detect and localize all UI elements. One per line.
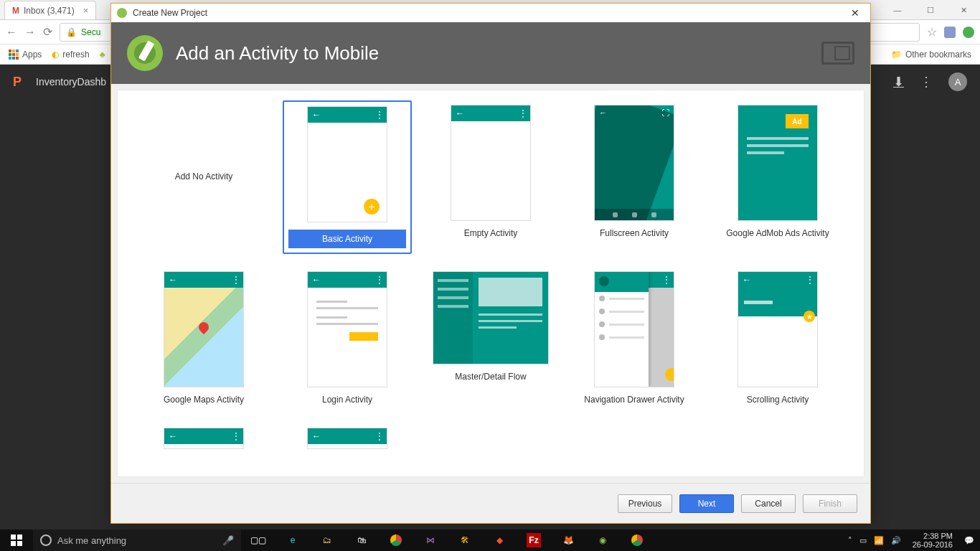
download-icon[interactable]: ⬇: [893, 74, 904, 90]
firefox-icon[interactable]: 🦊: [551, 529, 585, 551]
android-studio-logo-icon: [127, 35, 163, 71]
activity-thumbnail: ←⋮: [594, 271, 674, 387]
other-bookmarks[interactable]: 📁 Other bookmarks: [891, 50, 971, 60]
tray-chevron-icon[interactable]: ˄: [848, 536, 852, 545]
dialog-header: Add an Activity to Mobile: [111, 22, 870, 84]
postman-logo-icon: P: [13, 75, 22, 90]
reload-icon[interactable]: ⟳: [43, 25, 52, 39]
activity-template-label: Fullscreen Activity: [600, 228, 669, 240]
activity-thumbnail: [433, 271, 549, 364]
mic-icon[interactable]: 🎤: [222, 535, 234, 546]
minimize-icon[interactable]: —: [881, 0, 914, 20]
tab-title: Inbox (3,471): [24, 6, 75, 16]
cortana-icon: [40, 534, 52, 546]
svg-rect-4: [12, 53, 15, 56]
browser-tab[interactable]: M Inbox (3,471) ×: [4, 1, 96, 19]
activity-template-cell[interactable]: Master/Detail Flow: [426, 267, 555, 410]
bookmark-android-icon[interactable]: ♣: [100, 50, 105, 60]
svg-rect-1: [12, 50, 15, 52]
clock-time: 2:38 PM: [913, 532, 953, 540]
lock-icon: 🔒: [66, 27, 77, 37]
activity-template-cell[interactable]: ←⋮: [283, 423, 412, 472]
activity-template-cell[interactable]: ←⛶Fullscreen Activity: [570, 100, 699, 254]
cortana-search[interactable]: Ask me anything 🎤: [33, 529, 241, 551]
activity-template-grid: Add No Activity←⋮+Basic Activity←⋮Empty …: [139, 100, 842, 472]
dialog-titlebar: Create New Project ✕: [111, 4, 870, 22]
activity-template-cell[interactable]: ←⋮Navigation Drawer Activity: [570, 267, 699, 410]
svg-rect-0: [9, 50, 11, 52]
git-icon[interactable]: ◆: [482, 529, 517, 551]
chrome-canary-icon[interactable]: [620, 529, 654, 551]
tool-icon[interactable]: 🛠: [448, 529, 482, 551]
taskbar-clock[interactable]: 2:38 PM 26-09-2016: [908, 532, 957, 549]
activity-template-cell[interactable]: AdGoogle AdMob Ads Activity: [713, 100, 842, 254]
finish-button: Finish: [803, 494, 857, 513]
extension-icon[interactable]: [944, 27, 956, 38]
activity-thumbnail: ←⋮+: [307, 106, 387, 222]
activity-template-scroll[interactable]: Add No Activity←⋮+Basic Activity←⋮Empty …: [118, 90, 864, 476]
activity-template-label: Google AdMob Ads Activity: [726, 228, 829, 240]
activity-template-cell[interactable]: ←⋮+Basic Activity: [283, 100, 412, 254]
dialog-footer: Previous Next Cancel Finish: [111, 483, 870, 523]
action-center-icon[interactable]: 💬: [964, 536, 974, 545]
taskbar-apps: ▢▢ e 🗂 🛍 ⋈ 🛠 ◆ Fz 🦊 ◉: [241, 529, 654, 551]
edge-icon[interactable]: e: [275, 529, 310, 551]
bookmark-star-icon[interactable]: ☆: [927, 25, 937, 39]
svg-rect-5: [16, 53, 19, 56]
activity-template-cell[interactable]: ←⋮Empty Activity: [426, 100, 555, 254]
activity-template-cell[interactable]: Add No Activity: [139, 100, 268, 254]
apps-shortcut[interactable]: Apps: [9, 50, 42, 60]
system-tray: ˄ ▭ 📶 🔊 2:38 PM 26-09-2016 💬: [842, 532, 980, 549]
dialog-close-icon[interactable]: ✕: [846, 7, 864, 19]
windows-taskbar: Ask me anything 🎤 ▢▢ e 🗂 🛍 ⋈ 🛠 ◆ Fz 🦊 ◉ …: [0, 529, 980, 551]
battery-icon[interactable]: ▭: [859, 536, 867, 545]
clock-date: 26-09-2016: [913, 540, 953, 549]
activity-thumbnail: ←⋮: [307, 271, 387, 387]
activity-template-label: Basic Activity: [288, 230, 406, 248]
store-icon[interactable]: 🛍: [344, 529, 379, 551]
activity-template-label: Google Maps Activity: [164, 395, 244, 406]
bookmark-refresh[interactable]: ◐ refresh: [52, 50, 89, 60]
apps-label: Apps: [22, 50, 42, 60]
previous-button[interactable]: Previous: [618, 494, 672, 513]
filezilla-icon[interactable]: Fz: [527, 533, 541, 547]
activity-thumbnail: ←⋮: [164, 428, 244, 449]
svg-rect-11: [11, 541, 16, 546]
dialog-body: Add No Activity←⋮+Basic Activity←⋮Empty …: [117, 90, 864, 477]
app-title: InventoryDashb: [36, 76, 106, 88]
next-button[interactable]: Next: [679, 494, 734, 513]
activity-template-label: Navigation Drawer Activity: [584, 395, 684, 406]
activity-template-cell[interactable]: ←⋮Login Activity: [283, 267, 412, 410]
maximize-icon[interactable]: ☐: [914, 0, 947, 20]
wifi-icon[interactable]: 📶: [874, 536, 884, 545]
chrome-icon[interactable]: [379, 529, 413, 551]
start-button[interactable]: [0, 529, 33, 551]
activity-template-label: Empty Activity: [464, 228, 518, 240]
activity-template-label: Scrolling Activity: [747, 395, 809, 406]
svg-rect-8: [16, 57, 19, 60]
activity-thumbnail: ←⛶: [594, 105, 674, 221]
menu-dots-icon[interactable]: ⋮: [920, 74, 933, 90]
cancel-button[interactable]: Cancel: [741, 494, 796, 513]
activity-template-label: Login Activity: [322, 395, 372, 406]
activity-template-cell[interactable]: ←⋮Google Maps Activity: [139, 267, 268, 410]
chrome-window-controls: — ☐ ✕: [881, 0, 980, 20]
svg-rect-9: [11, 534, 16, 540]
avatar[interactable]: A: [948, 72, 967, 91]
activity-template-cell[interactable]: ←⋮★Scrolling Activity: [713, 267, 842, 410]
close-icon[interactable]: ✕: [947, 0, 980, 20]
back-icon[interactable]: ←: [6, 26, 17, 39]
close-tab-icon[interactable]: ×: [83, 5, 89, 16]
volume-icon[interactable]: 🔊: [891, 536, 901, 545]
extension-icon[interactable]: [963, 27, 974, 38]
android-studio-task-icon[interactable]: ◉: [585, 529, 620, 551]
task-view-icon[interactable]: ▢▢: [241, 529, 275, 551]
gmail-icon: M: [12, 6, 19, 16]
activity-template-cell[interactable]: ←⋮: [139, 423, 268, 472]
file-explorer-icon[interactable]: 🗂: [310, 529, 344, 551]
other-bookmarks-label: Other bookmarks: [905, 50, 971, 60]
forward-icon[interactable]: →: [24, 26, 36, 39]
visual-studio-icon[interactable]: ⋈: [413, 529, 448, 551]
activity-template-label: Add No Activity: [175, 171, 233, 183]
activity-thumbnail: ←⋮: [451, 105, 531, 221]
